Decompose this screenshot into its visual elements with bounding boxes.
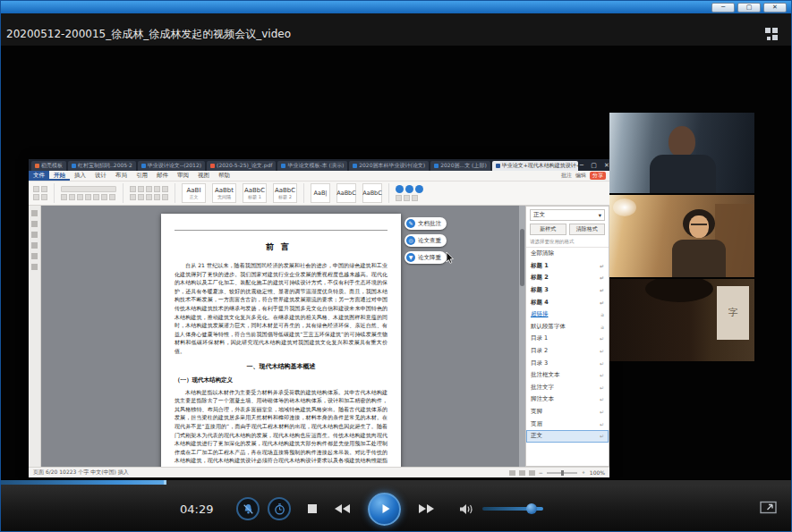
style-item-selected: 正文↵ xyxy=(526,430,609,443)
zoom-in-icon: ＋ xyxy=(581,469,586,477)
ribbon-tab: 引用 xyxy=(132,171,152,181)
styles-dropdown: 正文▾ xyxy=(530,209,605,221)
style-gallery-item: AaBbC标题 1 xyxy=(243,183,267,203)
editing-group xyxy=(396,185,423,201)
find-icon xyxy=(396,185,404,193)
edit-chip: 编辑 xyxy=(575,172,586,180)
document-tab: (2020-5-25)_论文.pdf xyxy=(207,161,276,171)
zoom-slider xyxy=(547,472,577,474)
clipboard-group xyxy=(33,186,47,200)
style-item: 目录 3↵ xyxy=(526,357,609,369)
layout-grid-icon[interactable] xyxy=(765,28,779,40)
styles-hint: 请选择要应用的格式 xyxy=(526,238,609,248)
ribbon-tab: 邮件 xyxy=(152,171,173,181)
time-display: 04:29 xyxy=(180,502,213,516)
screenshare-word-window: 稻壳模板 红村宝制招聘..2005·2 毕业设计论文--(2012) (2020… xyxy=(29,159,609,477)
style-item: 批注文字↵ xyxy=(526,382,609,394)
plagiarism-check-button: ◎论文查重 xyxy=(405,234,447,247)
webcam-feed-2 xyxy=(609,195,754,277)
chevron-down-icon: ▾ xyxy=(599,212,601,219)
style-item: 目录 2↵ xyxy=(526,345,609,358)
style-item: 全部清除 xyxy=(526,248,609,260)
volume-slider[interactable] xyxy=(482,507,543,511)
ribbon-tab-file: 文件 xyxy=(29,171,49,181)
header-rule xyxy=(175,230,387,231)
participant-1-face xyxy=(669,126,695,157)
document-tab: 毕业论文模板-本 (演示) xyxy=(277,161,347,171)
style-gallery-item-right: AaBbC xyxy=(336,183,356,203)
document-tab: 2020届本科毕业设计(论文) xyxy=(349,161,429,171)
style-item: 标题 3↵ xyxy=(526,284,609,297)
document-tab-bar: 稻壳模板 红村宝制招聘..2005·2 毕业设计论文--(2012) (2020… xyxy=(29,159,609,171)
word-status-bar: 页面 6/20 10223 个字 中文(中国) 插入 − ＋ 100% xyxy=(29,467,609,477)
participant-2-body xyxy=(672,240,726,277)
video-content-area[interactable]: 稻壳模板 红村宝制招聘..2005·2 毕业设计论文--(2012) (2020… xyxy=(1,46,792,479)
paragraph-group xyxy=(130,186,168,200)
fast-forward-icon xyxy=(418,503,435,514)
check-icon: ◎ xyxy=(406,236,415,245)
zoom-out-icon: − xyxy=(539,469,543,476)
doc-sub-heading: （一）现代木结构定义 xyxy=(175,376,387,384)
fullscreen-icon xyxy=(760,501,777,514)
style-gallery-item: AaBI正文 xyxy=(182,183,206,203)
document-tab: 红村宝制招聘..2005·2 xyxy=(68,161,136,171)
ribbon-tab: 视图 xyxy=(193,171,214,181)
style-item: 标题 1↵ xyxy=(526,260,609,273)
word-window-controls: ─ ▢ ✕ xyxy=(580,162,609,169)
mute-button[interactable] xyxy=(236,497,260,520)
rewind-icon xyxy=(334,503,351,514)
participant-1-body xyxy=(650,155,716,193)
rewind-button[interactable] xyxy=(334,503,351,514)
play-button[interactable] xyxy=(368,493,401,526)
word-left-toolbar xyxy=(29,206,41,467)
doc-heading: 前言 xyxy=(175,241,387,253)
document-tab-active: 毕业论文+现代木结构建筑设计+800x600 xyxy=(492,161,578,171)
style-item: 页脚↵ xyxy=(526,406,609,418)
playback-control-bar: 04:29 xyxy=(1,485,791,532)
video-title: 20200512-200015_徐成林_徐成林发起的视频会议_video xyxy=(6,27,291,42)
style-gallery-item-right: AaBbC xyxy=(362,183,382,203)
doc-section-heading: 一、现代木结构基本概述 xyxy=(175,362,387,371)
maximize-button[interactable]: ▢ xyxy=(737,3,761,13)
style-item: 超链接a xyxy=(526,308,609,321)
style-item: 批注框文本↵ xyxy=(526,369,609,382)
document-page: 前言 自从 21 世纪以来，随着我国国民经济的发展和社会的进步，中国的绿色建筑和… xyxy=(161,214,401,467)
ribbon-tab: 审阅 xyxy=(173,171,193,181)
style-gallery-item-right: AaB| xyxy=(311,183,330,203)
forward-button[interactable] xyxy=(418,503,435,514)
play-icon xyxy=(379,502,391,515)
select-icon xyxy=(415,185,423,193)
style-item: 标题 2↵ xyxy=(526,272,609,284)
reduce-icon: ▼ xyxy=(406,253,415,262)
document-canvas: 前言 自从 21 世纪以来，随着我国国民经济的发展和社会的进步，中国的绿色建筑和… xyxy=(41,206,525,467)
mute-bell-icon xyxy=(243,503,254,515)
annotate-icon: ✎ xyxy=(406,219,415,228)
webcam-feed-1 xyxy=(609,113,754,193)
view-icon xyxy=(509,470,515,476)
style-item: 默认段落字体a xyxy=(526,321,609,334)
style-gallery-item: AaBbC标题 2 xyxy=(273,183,297,203)
style-gallery-item: AaBbt无间隔 xyxy=(212,183,236,203)
volume-knob[interactable] xyxy=(526,503,537,514)
timer-button[interactable] xyxy=(268,497,291,520)
dedup-button: ▼论文降重 xyxy=(405,251,447,264)
close-button[interactable]: ✕ xyxy=(763,3,787,13)
ribbon-tab: 帮助 xyxy=(214,171,234,181)
fullscreen-button[interactable] xyxy=(760,501,777,517)
style-item: 目录 1↵ xyxy=(526,333,609,345)
minimize-button[interactable]: ─ xyxy=(711,3,735,13)
styles-pane: 正文▾ 新样式 清除格式 请选择要应用的格式 全部清除 标题 1↵ 标题 2↵ … xyxy=(525,206,609,467)
ribbon-tab: 插入 xyxy=(70,171,90,181)
volume-icon[interactable] xyxy=(459,503,474,515)
comment-chip: 批注 xyxy=(561,172,572,180)
view-icon xyxy=(519,470,525,476)
os-titlebar: ─ ▢ ✕ xyxy=(1,1,791,13)
doc-paragraph: 木结构是指以木材作为主要受力材料并承受荷载的建筑结构体系。其中古代木结构建筑主要… xyxy=(175,388,387,467)
participant-2-face xyxy=(689,215,709,238)
wall-calligraphy: 字 xyxy=(717,286,749,340)
stop-button[interactable] xyxy=(307,503,318,514)
font-group xyxy=(61,186,116,200)
document-tab: 稻壳模板 xyxy=(31,161,66,171)
share-chip: 分享 xyxy=(590,172,606,180)
zoom-level: 100% xyxy=(590,469,605,476)
